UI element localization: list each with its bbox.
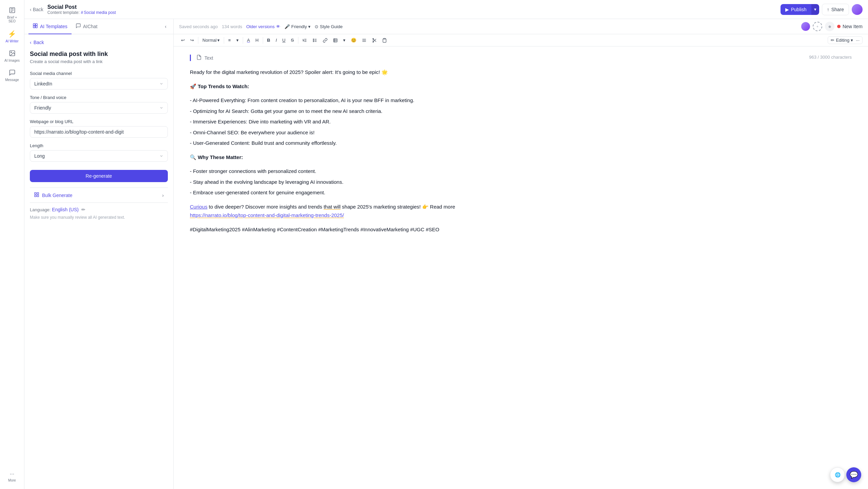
tone-group: Tone / Brand voice Friendly Professional… <box>30 95 168 114</box>
more-formats-button[interactable] <box>360 37 369 44</box>
topbar: ‹ Back Social Post Content template: # S… <box>24 0 868 19</box>
cta-that-will: that will <box>323 204 340 210</box>
italic-button[interactable]: I <box>274 36 279 44</box>
ordered-list-button[interactable] <box>300 37 309 44</box>
social-channel-group: Social media channel LinkedIn Twitter Fa… <box>30 71 168 90</box>
table-button[interactable] <box>331 37 340 44</box>
underline-button[interactable]: U <box>280 36 288 44</box>
undo-button[interactable]: ↩ <box>179 36 187 44</box>
style-guide-icon: ⊙ <box>315 24 318 29</box>
eye-icon: 👁 <box>276 24 280 29</box>
redo-button[interactable]: ↪ <box>188 36 196 44</box>
tone-label: Friendly <box>291 24 307 29</box>
social-channel-select[interactable]: LinkedIn Twitter Facebook Instagram <box>30 78 168 90</box>
chat-icon: 💬 <box>850 471 858 479</box>
text-style-button[interactable]: Normal ▾ <box>200 36 222 44</box>
editing-badge[interactable]: ✏ Editing ▾ ··· <box>828 36 863 44</box>
trends-list: - AI-Powered Everything: From content cr… <box>190 96 852 148</box>
older-versions-button[interactable]: Older versions 👁 <box>246 24 280 29</box>
url-label: Webpage or blog URL <box>30 119 168 124</box>
page-subtitle: Content template: # Social media post <box>47 10 776 15</box>
editor-content[interactable]: Text 963 / 3000 characters Ready for the… <box>174 46 868 489</box>
tab-ai-templates[interactable]: AI Templates <box>28 19 72 34</box>
cta-link-text[interactable]: Curious <box>190 204 208 210</box>
tone-label: Tone / Brand voice <box>30 95 168 100</box>
template-desc: Create a social media post with a link <box>30 59 168 64</box>
chat-widget[interactable]: 💬 <box>846 467 861 482</box>
text-label: Text <box>204 55 213 61</box>
social-channel-label: Social media channel <box>30 71 168 76</box>
back-arrow-icon: ‹ <box>30 7 32 12</box>
table-chevron-button[interactable]: ▾ <box>341 36 348 44</box>
sidebar-item-ai-images[interactable]: AI Images <box>2 47 22 65</box>
emoji-button[interactable]: 😊 <box>349 36 358 44</box>
publish-icon: ▶ <box>785 7 789 12</box>
topbar-actions: ▶ Publish ▾ ↑ Share <box>781 4 863 15</box>
editing-label: Editing <box>836 38 849 43</box>
intro-paragraph: Ready for the digital marketing revoluti… <box>190 68 852 77</box>
list-item: - Optimizing for AI Search: Gotta get yo… <box>190 107 852 116</box>
page-title: Social Post <box>47 4 776 10</box>
svg-rect-3 <box>33 24 35 25</box>
editor-text-content[interactable]: Ready for the digital marketing revoluti… <box>190 68 852 234</box>
document-icon <box>196 55 202 61</box>
share-button[interactable]: ↑ Share <box>822 4 849 15</box>
bulk-generate-section[interactable]: Bulk Generate › <box>30 188 168 203</box>
style-guide-label: Style Guide <box>320 24 342 29</box>
tone-button[interactable]: 🎤 Friendly ▾ <box>284 24 311 29</box>
new-item-button[interactable]: New Item <box>837 24 863 29</box>
length-select[interactable]: Short Medium Long <box>30 150 168 162</box>
editing-more-icon: ··· <box>856 38 860 43</box>
list-item: - User-Generated Content: Build trust an… <box>190 139 852 148</box>
why-list: - Foster stronger connections with perso… <box>190 167 852 197</box>
ai-templates-icon <box>33 23 38 30</box>
back-to-templates-link[interactable]: ‹ Back <box>30 40 168 45</box>
cta-url-link[interactable]: https://narrato.io/blog/top-content-and-… <box>190 212 344 218</box>
tone-select[interactable]: Friendly Professional Casual Formal <box>30 102 168 114</box>
list-item: - Embrace user-generated content for gen… <box>190 188 852 197</box>
editor-toolbar-top: Saved seconds ago 134 words Older versio… <box>174 19 868 34</box>
link-button[interactable] <box>321 37 330 44</box>
collaborator-invite[interactable]: + <box>813 22 822 31</box>
ai-images-icon <box>9 50 16 57</box>
aichat-icon <box>76 23 81 30</box>
strikethrough-button[interactable]: S <box>289 36 296 44</box>
edit-language-icon[interactable]: ✏ <box>81 207 85 212</box>
svg-point-18 <box>313 40 314 41</box>
new-item-label: New Item <box>843 24 863 29</box>
svg-rect-8 <box>37 193 39 194</box>
align-button[interactable]: ≡ <box>226 36 233 44</box>
sidebar-item-message[interactable]: Message <box>2 66 22 84</box>
tab-aichat-label: AIChat <box>83 24 98 29</box>
back-button[interactable]: ‹ Back <box>30 7 43 12</box>
avatar <box>852 4 863 15</box>
subtitle-link-text: Social media post <box>84 10 116 15</box>
svg-rect-9 <box>35 195 36 197</box>
paste-button[interactable] <box>380 37 389 44</box>
align-chevron-button[interactable]: ▾ <box>234 36 241 44</box>
subtitle-link[interactable]: # Social media post <box>81 10 116 15</box>
panel-content: ‹ Back Social media post with link Creat… <box>24 34 173 489</box>
unordered-list-button[interactable] <box>311 37 319 44</box>
language-value[interactable]: English (US) <box>52 207 79 212</box>
bold-button[interactable]: B <box>265 36 272 44</box>
publish-dropdown-button[interactable]: ▾ <box>811 4 819 15</box>
content-header: Text <box>196 55 852 61</box>
sidebar-item-brief-seo[interactable]: Brief + SEO <box>2 4 22 26</box>
regenerate-button[interactable]: Re-generate <box>30 170 168 182</box>
word-count: 134 words <box>222 24 242 29</box>
tab-aichat[interactable]: AIChat <box>72 19 102 34</box>
url-input[interactable] <box>30 126 168 138</box>
style-guide-button[interactable]: ⊙ Style Guide <box>315 24 342 29</box>
cut-button[interactable] <box>370 37 379 44</box>
publish-group: ▶ Publish ▾ <box>781 4 819 15</box>
older-versions-label: Older versions <box>246 24 275 29</box>
panel-collapse-button[interactable]: ‹ <box>162 21 169 32</box>
globe-widget[interactable]: 🌐 <box>830 467 845 482</box>
sidebar-item-more[interactable]: ··· More <box>2 468 22 485</box>
publish-button[interactable]: ▶ Publish <box>781 4 811 15</box>
text-color-button[interactable]: A <box>245 36 252 44</box>
brief-seo-icon <box>9 7 16 14</box>
sidebar-item-ai-writer[interactable]: ⚡ AI Writer <box>2 27 22 46</box>
highlight-button[interactable]: H <box>253 36 260 44</box>
